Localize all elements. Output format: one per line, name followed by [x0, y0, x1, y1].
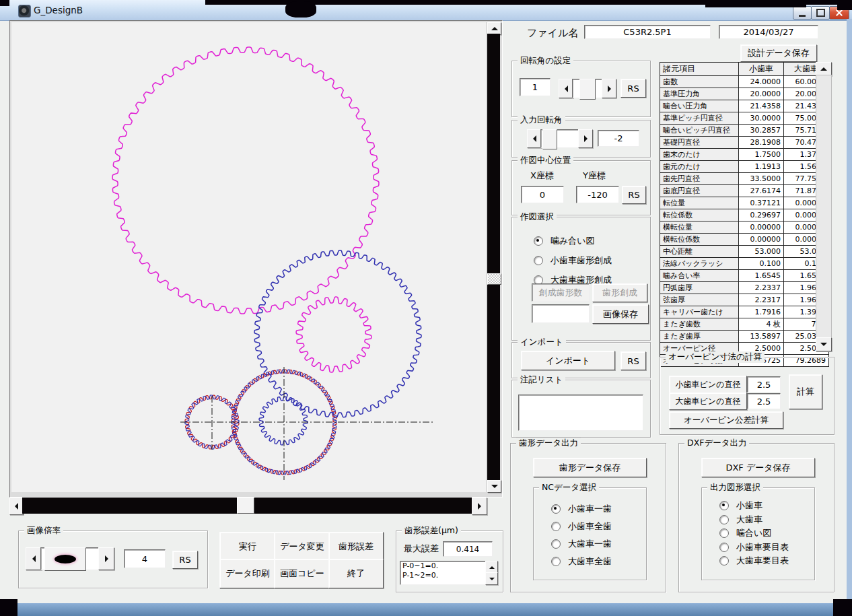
magnify-rs-button[interactable]: RS	[172, 551, 198, 569]
application-window: G_DesignB ファイル名 設計データ保存 回転角の設定 RS 入力回転角 …	[0, 0, 852, 616]
radio-icon[interactable]	[719, 501, 729, 510]
pinion-pin-diameter-label[interactable]: 小歯車ピンの直径	[669, 376, 747, 393]
spec-row: 噛み合い率1.65451.6545	[660, 270, 829, 282]
date-field[interactable]	[719, 25, 818, 39]
magnify-scroll-left-button[interactable]	[26, 547, 42, 570]
spec-row: 歯数24.000060.0000	[660, 76, 829, 88]
spec-name-cell: 横転位量	[660, 221, 739, 234]
x-coordinate-input[interactable]	[521, 186, 564, 203]
spec-value-cell: 24.0000	[739, 76, 784, 88]
notes-listbox[interactable]	[518, 395, 643, 431]
magnify-scroll-right-button[interactable]	[98, 547, 114, 570]
canvas-vscrollbar-thumb[interactable]	[487, 273, 501, 285]
radio-option[interactable]: 大歯車	[719, 513, 789, 527]
radio-icon[interactable]	[719, 543, 729, 552]
maximize-button[interactable]	[811, 6, 830, 20]
calc-button[interactable]: 計算	[789, 374, 822, 409]
max-error-value[interactable]	[443, 541, 493, 557]
radio-icon[interactable]	[719, 556, 729, 566]
exit-button[interactable]: 終了	[328, 559, 384, 588]
image-save-button[interactable]: 画像保存	[592, 304, 649, 324]
pinion-pin-diameter-input[interactable]	[747, 376, 781, 392]
radio-option[interactable]: 小歯車要目表	[719, 541, 789, 555]
data-change-button[interactable]: データ変更	[274, 532, 330, 561]
radio-icon[interactable]	[534, 256, 543, 265]
radio-label: 大歯車	[736, 514, 762, 526]
spec-name-cell: またぎ歯数	[660, 318, 739, 331]
error-list-scroll-down-button[interactable]	[485, 572, 498, 585]
rotation-angle-input[interactable]	[520, 78, 551, 96]
tooth-generate-button[interactable]: 歯形創成	[592, 283, 647, 302]
tooth-output-group-label: 歯形データ出力	[516, 438, 581, 449]
radio-option[interactable]: 噛合い図	[719, 526, 789, 541]
spec-value-cell: 1.7916	[739, 306, 784, 318]
radio-option[interactable]: 大歯車全歯	[551, 553, 612, 570]
right-arrow-icon	[584, 135, 588, 142]
magnify-scrollbar-thumb[interactable]	[44, 547, 86, 571]
generated-tooth-count-field[interactable]: 創成歯形数	[532, 283, 590, 302]
minimize-button[interactable]	[793, 6, 812, 20]
rotation-scrollbar-thumb[interactable]	[579, 79, 596, 100]
canvas-scroll-left-button[interactable]	[9, 498, 24, 515]
mesh-gear-blue	[254, 250, 421, 417]
radio-option[interactable]: 大歯車要目表	[719, 554, 789, 568]
table-scroll-up-button[interactable]	[816, 62, 832, 76]
radio-label: 小歯車要目表	[736, 541, 789, 553]
spec-name-cell: 噛合いピッチ円直径	[660, 125, 739, 137]
input-rotation-scroll-right-button[interactable]	[578, 129, 593, 148]
spec-row: 横転位量0.000000.00000	[660, 221, 829, 234]
input-rotation-scrollbar-thumb[interactable]	[542, 129, 557, 149]
magnify-value-input[interactable]	[124, 549, 166, 568]
canvas-scroll-down-button[interactable]	[487, 480, 501, 493]
count-input[interactable]	[532, 304, 590, 323]
overpin-tolerance-button[interactable]: オーバーピン公差計算	[669, 411, 783, 429]
radio-icon[interactable]	[534, 236, 543, 246]
radio-option[interactable]: 小歯車	[719, 499, 789, 513]
input-rotation-scroll-left-button[interactable]	[527, 129, 542, 148]
output-shape-radios: 小歯車大歯車噛合い図小歯車要目表大歯車要目表	[719, 499, 789, 568]
save-design-data-button[interactable]: 設計データ保存	[740, 44, 817, 62]
table-scroll-down-button[interactable]	[816, 337, 832, 351]
gear-pin-diameter-label[interactable]: 大歯車ピンの直径	[669, 392, 747, 410]
spec-value-cell: 53.000	[739, 246, 784, 258]
rotation-rs-button[interactable]: RS	[620, 79, 646, 98]
error-listbox[interactable]: P-0~1=0.P-1~2=0.	[400, 561, 486, 585]
input-rotation-value[interactable]	[598, 130, 639, 147]
radio-option[interactable]: 大歯車一歯	[551, 535, 612, 553]
import-button[interactable]: インポート	[521, 351, 615, 370]
radio-icon[interactable]	[719, 528, 729, 538]
spec-name-cell: 円弧歯厚	[660, 282, 739, 294]
radio-icon[interactable]	[719, 515, 729, 524]
radio-option[interactable]: 小歯車全歯	[551, 518, 612, 535]
tooth-error-button[interactable]: 歯形誤差	[328, 532, 384, 561]
canvas-scroll-right-button[interactable]	[472, 498, 487, 515]
gear-pin-diameter-input[interactable]	[747, 393, 781, 409]
import-rs-button[interactable]: RS	[620, 351, 646, 370]
execute-button[interactable]: 実行	[219, 532, 276, 561]
y-coordinate-input[interactable]	[576, 186, 619, 203]
data-print-button[interactable]: データ印刷	[219, 559, 276, 588]
screen-copy-button[interactable]: 画面コピー	[274, 559, 330, 588]
radio-icon[interactable]	[551, 522, 561, 531]
radio-option[interactable]: 小歯車歯形創成	[534, 250, 612, 270]
rotation-scroll-right-button[interactable]	[602, 79, 616, 98]
radio-icon[interactable]	[551, 557, 561, 566]
dxf-save-button[interactable]: DXF データ保存	[701, 458, 815, 477]
radio-icon[interactable]	[551, 539, 561, 549]
up-arrow-icon	[820, 67, 827, 71]
screen-artifact	[833, 599, 852, 616]
window-right-border	[847, 19, 852, 604]
rotation-scroll-left-button[interactable]	[559, 79, 573, 98]
spec-row: 歯末のたけ1.75001.3788	[660, 149, 829, 161]
radio-option[interactable]: 小歯車一歯	[551, 500, 612, 518]
radio-icon[interactable]	[551, 504, 561, 514]
canvas-hscrollbar-thumb[interactable]	[237, 498, 254, 514]
spec-value-cell: 0.00000	[739, 221, 784, 234]
nc-data-group: NCデータ選択 小歯車一歯小歯車全歯大歯車一歯大歯車全歯	[533, 487, 647, 580]
tooth-data-save-button[interactable]: 歯形データ保存	[533, 458, 647, 477]
radio-option[interactable]: 噛み合い図	[534, 231, 612, 250]
canvas-vscrollbar-track[interactable]	[487, 34, 500, 480]
table-scrollbar-track[interactable]	[816, 75, 832, 339]
file-name-field[interactable]	[584, 25, 711, 39]
center-rs-button[interactable]: RS	[622, 186, 646, 204]
